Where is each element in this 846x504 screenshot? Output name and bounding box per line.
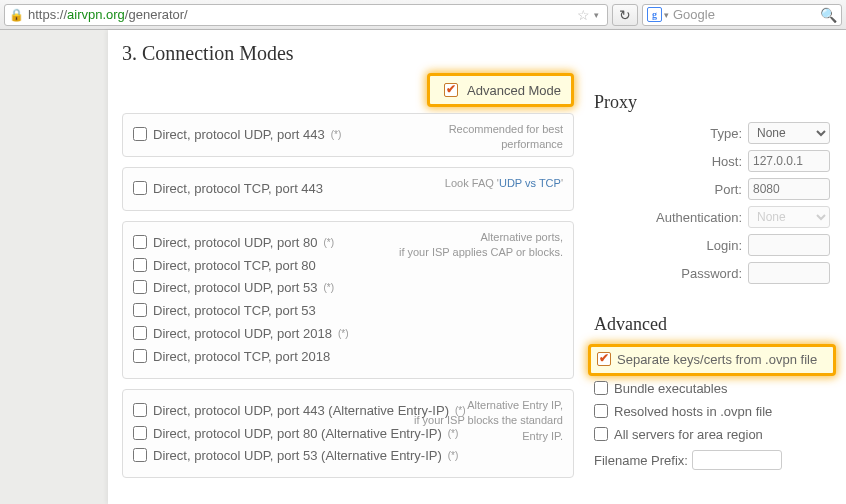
url-dropdown-icon[interactable]: ▾	[594, 10, 599, 20]
browser-toolbar: 🔒 https://airvpn.org/generator/ ☆ ▾ ↻ g …	[0, 0, 846, 30]
faq-link[interactable]: UDP vs TCP	[499, 177, 561, 189]
advanced-option-row[interactable]: All servers for area region	[594, 425, 830, 445]
mode-checkbox[interactable]	[133, 326, 147, 340]
mode-checkbox[interactable]	[133, 426, 147, 440]
advanced-mode-label: Advanced Mode	[467, 83, 561, 98]
advanced-option-label: Separate keys/certs from .ovpn file	[617, 351, 817, 370]
proxy-password-label: Password:	[681, 266, 742, 281]
advanced-option-checkbox[interactable]	[594, 427, 608, 441]
mode-footnote: (*)	[324, 281, 335, 296]
mode-label: Direct, protocol UDP, port 53	[153, 279, 318, 298]
advanced-mode-checkbox[interactable]	[444, 83, 458, 97]
connection-mode-block: Alternative ports,if your ISP applies CA…	[122, 221, 574, 379]
advanced-title: Advanced	[594, 314, 830, 338]
advanced-option-checkbox[interactable]	[594, 381, 608, 395]
url-bar[interactable]: 🔒 https://airvpn.org/generator/ ☆ ▾	[4, 4, 608, 26]
reload-button[interactable]: ↻	[612, 4, 638, 26]
proxy-auth-select[interactable]: None	[748, 206, 830, 228]
block-hint: Alternative ports,if your ISP applies CA…	[393, 230, 563, 261]
connection-mode-row[interactable]: Direct, protocol UDP, port 53 (Alternati…	[133, 446, 563, 466]
proxy-auth-label: Authentication:	[656, 210, 742, 225]
advanced-option-row[interactable]: Resolved hosts in .ovpn file	[594, 402, 830, 422]
mode-checkbox[interactable]	[133, 127, 147, 141]
proxy-login-input[interactable]	[748, 234, 830, 256]
connection-mode-row[interactable]: Direct, protocol UDP, port 2018 (*)	[133, 324, 563, 344]
mode-checkbox[interactable]	[133, 235, 147, 249]
google-icon: g	[647, 7, 662, 22]
page-gutter	[0, 30, 108, 504]
proxy-password-input[interactable]	[748, 262, 830, 284]
proxy-port-input[interactable]	[748, 178, 830, 200]
mode-footnote: (*)	[331, 128, 342, 143]
mode-checkbox[interactable]	[133, 280, 147, 294]
connection-mode-row[interactable]: Direct, protocol TCP, port 53	[133, 301, 563, 321]
advanced-option-row[interactable]: Bundle executables	[594, 379, 830, 399]
advanced-mode-toggle[interactable]: Advanced Mode	[427, 73, 574, 107]
mode-label: Direct, protocol UDP, port 2018	[153, 325, 332, 344]
mode-label: Direct, protocol TCP, port 53	[153, 302, 316, 321]
advanced-option-label: Bundle executables	[614, 380, 727, 399]
mode-label: Direct, protocol TCP, port 80	[153, 257, 316, 276]
search-engine-dropdown-icon[interactable]: ▾	[664, 10, 669, 20]
filename-prefix-label: Filename Prefix:	[594, 453, 688, 468]
block-hint: Alternative Entry IP,if your ISP blocks …	[393, 398, 563, 444]
search-icon[interactable]: 🔍	[820, 7, 837, 23]
proxy-title: Proxy	[594, 92, 830, 116]
search-placeholder: Google	[673, 7, 715, 22]
mode-label: Direct, protocol UDP, port 80	[153, 234, 318, 253]
mode-footnote: (*)	[338, 327, 349, 342]
mode-checkbox[interactable]	[133, 349, 147, 363]
connection-mode-block: Alternative Entry IP,if your ISP blocks …	[122, 389, 574, 479]
proxy-host-input[interactable]	[748, 150, 830, 172]
proxy-port-label: Port:	[715, 182, 742, 197]
lock-icon: 🔒	[9, 8, 24, 22]
url-scheme: https://	[28, 7, 67, 22]
proxy-type-label: Type:	[710, 126, 742, 141]
search-box[interactable]: g ▾ Google 🔍	[642, 4, 842, 26]
proxy-login-label: Login:	[707, 238, 742, 253]
advanced-option-label: Resolved hosts in .ovpn file	[614, 403, 772, 422]
advanced-option-checkbox[interactable]	[597, 352, 611, 366]
url-path: /generator/	[125, 7, 188, 22]
mode-label: Direct, protocol UDP, port 53 (Alternati…	[153, 447, 442, 466]
connection-mode-row[interactable]: Direct, protocol TCP, port 2018	[133, 347, 563, 367]
mode-checkbox[interactable]	[133, 258, 147, 272]
mode-label: Direct, protocol UDP, port 443	[153, 126, 325, 145]
connection-mode-block: Recommended for best performanceDirect, …	[122, 113, 574, 157]
mode-label: Direct, protocol TCP, port 2018	[153, 348, 330, 367]
mode-footnote: (*)	[324, 236, 335, 251]
proxy-type-select[interactable]: None	[748, 122, 830, 144]
bookmark-star-icon[interactable]: ☆	[577, 7, 590, 23]
mode-checkbox[interactable]	[133, 303, 147, 317]
proxy-host-label: Host:	[712, 154, 742, 169]
mode-footnote: (*)	[448, 449, 459, 464]
mode-footnote: (*)	[455, 404, 466, 419]
connection-mode-block: Look FAQ 'UDP vs TCP'Direct, protocol TC…	[122, 167, 574, 211]
advanced-option-checkbox[interactable]	[594, 404, 608, 418]
mode-checkbox[interactable]	[133, 448, 147, 462]
mode-checkbox[interactable]	[133, 181, 147, 195]
advanced-option-row[interactable]: Separate keys/certs from .ovpn file	[588, 344, 836, 376]
block-hint: Look FAQ 'UDP vs TCP'	[393, 176, 563, 191]
advanced-option-label: All servers for area region	[614, 426, 763, 445]
mode-footnote: (*)	[448, 427, 459, 442]
connection-mode-row[interactable]: Direct, protocol UDP, port 53 (*)	[133, 278, 563, 298]
filename-prefix-input[interactable]	[692, 450, 782, 470]
url-host: airvpn.org	[67, 7, 125, 22]
mode-checkbox[interactable]	[133, 403, 147, 417]
block-hint: Recommended for best performance	[393, 122, 563, 153]
mode-label: Direct, protocol TCP, port 443	[153, 180, 323, 199]
section-title: 3. Connection Modes	[122, 42, 574, 65]
